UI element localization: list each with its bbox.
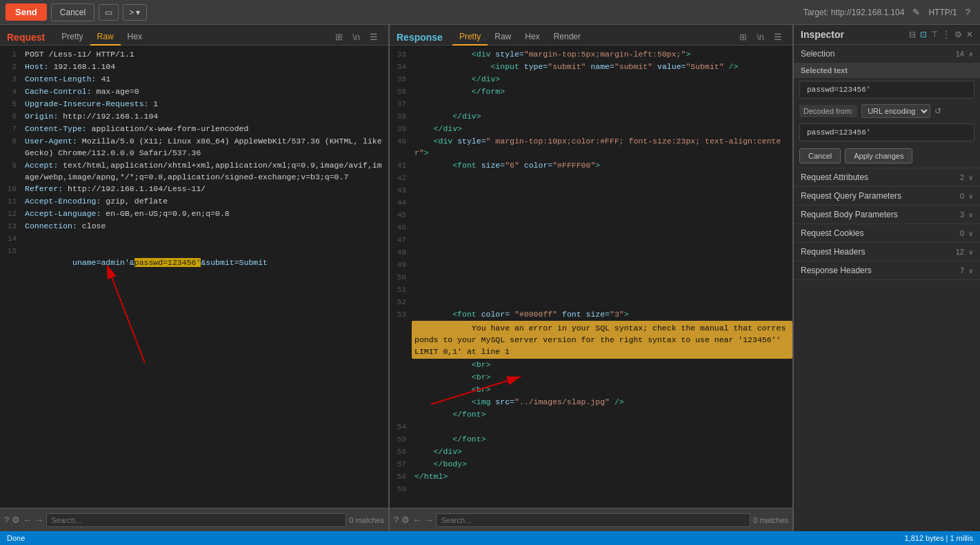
response-line-43: 43 [390,184,792,197]
target-info: Target: http://192.168.1.104 [803,8,905,17]
response-search-matches: 0 matches [753,516,788,524]
inspector-header: Inspector ⊟ ⊡ ⊤ ⋮ ⚙ ✕ [794,25,980,45]
tab-response-render[interactable]: Render [547,29,588,46]
status-right: 1,812 bytes | 1 millis [905,534,973,542]
decoded-value[interactable]: passwd=123456' [799,123,974,141]
request-search-prev-btn[interactable]: ← [23,515,32,525]
inspector-view-btn1[interactable]: ⊟ [909,30,916,39]
response-line-44: 44 [390,197,792,209]
response-search-settings-btn[interactable]: ⚙ [401,515,410,525]
response-line-39: 39 </div> [390,123,792,135]
section-cookies-count: 0 [960,229,964,237]
inspector-panel: Inspector ⊟ ⊡ ⊤ ⋮ ⚙ ✕ Selection 14 ∧ Sel… [794,25,980,531]
request-line-14: 14 [0,232,388,245]
section-response-headers[interactable]: Response Headers 7 ∨ [794,261,980,280]
decoded-encoding-select[interactable]: URL encoding [861,104,930,118]
selection-label: Selection [801,49,956,59]
response-line-56: 56 </div> [390,446,792,458]
edit-target-button[interactable]: ✎ [908,5,924,19]
inspector-title: Inspector [801,29,905,40]
request-search-input[interactable] [46,513,346,527]
request-panel: Request Pretty Raw Hex ⊞ \n ☰ 1 POST /Le… [0,25,390,531]
response-line-49: 49 [390,259,792,271]
cancel-button[interactable]: Cancel [51,3,94,21]
request-search-matches: 0 matches [349,516,384,524]
response-format-btn[interactable]: ⊞ [736,30,750,43]
response-line-57: 57 </body> [390,458,792,470]
response-search-next-btn[interactable]: → [424,515,433,525]
section-response-headers-count: 7 [960,266,964,275]
response-line-40: 40 <div style=" margin-top:10px;color:#F… [390,135,792,159]
response-wrap-btn[interactable]: \n [753,30,768,43]
response-search-help-btn[interactable]: ? [394,515,399,525]
nav-input[interactable]: ▭ [99,4,119,21]
selected-text-value[interactable]: passwd=123456' [799,81,974,99]
request-wrap-btn[interactable]: \n [349,30,363,43]
response-search-input[interactable] [436,513,750,527]
request-line-5: 5 Upgrade-Insecure-Requests: 1 [0,98,388,110]
selection-section: Selection 14 ∧ Selected text passwd=1234… [794,45,980,168]
tab-request-pretty[interactable]: Pretty [54,29,90,46]
selection-chevron-icon: ∧ [968,50,973,58]
request-line-4: 4 Cache-Control: max-age=0 [0,86,388,98]
inspector-view-btn2[interactable]: ⊡ [920,30,927,39]
tab-request-raw[interactable]: Raw [90,29,121,46]
selected-text-label: Selected text [794,63,980,78]
request-title: Request [7,32,45,43]
response-line-error: You have an error in your SQL syntax; ch… [390,321,792,359]
inspector-sort-btn[interactable]: ⋮ [942,30,950,39]
decoded-from-label: Decoded from: [799,105,857,117]
request-line-8: 8 User-Agent: Mozilla/5.0 (X11; Linux x8… [0,135,388,159]
response-line-42: 42 [390,172,792,184]
request-search-next-btn[interactable]: → [34,515,43,525]
request-code-area[interactable]: 1 POST /Less-11/ HTTP/1.1 2 Host: 192.16… [0,46,388,508]
inspector-align-btn[interactable]: ⊤ [931,30,938,39]
response-line-58: 58</html> [390,470,792,483]
action-buttons: Cancel Apply changes [794,144,980,168]
tab-response-raw[interactable]: Raw [488,29,518,46]
apply-changes-button[interactable]: Apply changes [845,148,912,164]
request-search-settings-btn[interactable]: ⚙ [12,515,20,525]
help-button[interactable]: ? [961,5,974,19]
response-tab-actions: ⊞ \n ☰ [736,30,786,43]
toolbar: Send Cancel ▭ > ▾ Target: http://192.168… [0,0,980,25]
response-line-55: 55 </font> [390,433,792,446]
cancel-changes-button[interactable]: Cancel [799,148,841,164]
inspector-close-btn[interactable]: ✕ [966,30,973,39]
section-query-params-count: 0 [960,192,964,200]
section-query-params-chevron: ∨ [968,192,973,200]
tab-request-hex[interactable]: Hex [121,29,149,46]
selection-count: 14 [956,50,964,58]
section-request-attributes[interactable]: Request Attributes 2 ∨ [794,168,980,187]
main-content: Request Pretty Raw Hex ⊞ \n ☰ 1 POST /Le… [0,25,980,531]
section-body-params-count: 3 [960,210,964,219]
inspector-settings-btn[interactable]: ⚙ [954,30,962,39]
request-line-12: 12 Accept-Language: en-GB,en-US;q=0.9,en… [0,208,388,220]
section-request-headers[interactable]: Request Headers 12 ∨ [794,243,980,261]
section-body-params[interactable]: Request Body Parameters 3 ∨ [794,206,980,224]
http-version: HTTP/1 [928,8,957,17]
response-line-52: 52 [390,296,792,308]
response-line-47: 47 [390,234,792,246]
request-search-help-btn[interactable]: ? [4,515,9,525]
response-menu-btn[interactable]: ☰ [770,30,786,43]
tab-response-pretty[interactable]: Pretty [452,29,488,46]
request-line-10: 10 Referer: http://192.168.1.104/Less-11… [0,183,388,195]
selection-header[interactable]: Selection 14 ∧ [794,45,980,63]
request-format-btn[interactable]: ⊞ [332,30,346,43]
decoded-refresh-btn[interactable]: ↺ [934,106,941,116]
response-line-33: 33 <div style="margin-top:5px;margin-lef… [390,48,792,61]
response-search-prev-btn[interactable]: ← [412,515,421,525]
response-code-area[interactable]: 33 <div style="margin-top:5px;margin-lef… [390,46,792,508]
section-cookies[interactable]: Request Cookies 0 ∨ [794,224,980,243]
response-line-34: 34 <input type="submit" name="submit" va… [390,61,792,73]
request-menu-btn[interactable]: ☰ [366,30,381,43]
section-query-params[interactable]: Request Query Parameters 0 ∨ [794,187,980,206]
tab-response-hex[interactable]: Hex [518,29,546,46]
send-button[interactable]: Send [6,3,47,21]
request-line-15: 15 uname=admin'&passwd=123456'&submit=Su… [0,245,388,281]
nav-arrows[interactable]: > ▾ [123,4,146,21]
response-line-46: 46 [390,221,792,234]
section-response-headers-label: Response Headers [801,266,960,275]
response-line-37: 37 [390,98,792,110]
